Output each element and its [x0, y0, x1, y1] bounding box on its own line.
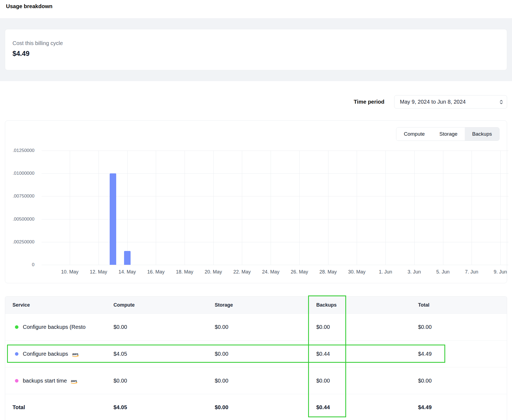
chart-bar-13-may	[110, 173, 116, 265]
y-tick-label: .00250000	[13, 239, 34, 245]
compute-cell: $0.00	[113, 324, 215, 330]
cost-cycle-value: $4.49	[12, 50, 500, 58]
column-header-compute: Compute	[113, 302, 215, 308]
y-tick-label: 0	[32, 262, 34, 268]
service-cell: Configure backups aws	[12, 351, 113, 357]
storage-cell: $0.00	[215, 324, 316, 330]
x-tick-label: 24. May	[262, 269, 279, 275]
x-tick-label: 26. May	[291, 269, 308, 275]
table-header: Service Compute Storage Backups Total	[5, 297, 507, 314]
column-header-storage: Storage	[215, 302, 316, 308]
gridline-vertical	[213, 151, 214, 265]
total-cell: $0.00	[418, 378, 507, 384]
x-tick-label: 18. May	[176, 269, 193, 275]
chart-tabs: Compute Storage Backups	[396, 127, 500, 141]
x-tick-label: 5. Jun	[436, 269, 450, 275]
column-header-backups: Backups	[316, 302, 418, 308]
total-cell: $4.49	[418, 351, 507, 357]
aws-icon: aws	[71, 352, 80, 357]
aws-icon: aws	[70, 379, 79, 384]
time-period-label: Time period	[354, 99, 384, 105]
backups-cell: $0.00	[316, 378, 418, 384]
storage-cell: $0.00	[215, 351, 316, 357]
x-tick-label: 16. May	[147, 269, 165, 275]
chart-plot	[42, 151, 508, 265]
y-tick-label: .00500000	[13, 217, 34, 222]
gridline-vertical	[185, 151, 185, 265]
total-storage-cell: $0.00	[215, 404, 316, 411]
time-period-row: Time period May 9, 2024 to Jun 8, 2024	[0, 95, 512, 109]
chart-card: Compute Storage Backups .01250000.010000…	[5, 120, 507, 283]
gridline-vertical	[472, 151, 472, 265]
chart-x-axis: 10. May12. May14. May16. May18. May20. M…	[42, 269, 508, 276]
x-tick-label: 9. Jun	[494, 269, 507, 275]
y-tick-label: .01250000	[13, 148, 34, 153]
column-header-service: Service	[12, 302, 113, 308]
gridline-vertical	[156, 151, 156, 265]
x-tick-label: 22. May	[233, 269, 251, 275]
gridline-horizontal	[42, 265, 508, 265]
x-tick-label: 3. Jun	[407, 269, 421, 275]
backups-cell: $0.44	[316, 351, 418, 357]
gridline-vertical	[127, 151, 128, 265]
total-cell: $0.00	[418, 324, 507, 330]
total-backups-cell: $0.44	[316, 404, 418, 411]
time-period-select[interactable]: May 9, 2024 to Jun 8, 2024	[394, 95, 507, 109]
service-name: Configure backups (Resto	[23, 324, 86, 330]
compute-cell: $0.00	[113, 378, 215, 384]
x-tick-label: 12. May	[90, 269, 107, 275]
x-tick-label: 30. May	[348, 269, 365, 275]
x-tick-label: 10. May	[61, 269, 78, 275]
total-compute-cell: $4.05	[113, 404, 215, 411]
backups-cell: $0.00	[316, 324, 418, 330]
cost-cycle-label: Cost this billing cycle	[12, 40, 500, 46]
gridline-vertical	[414, 151, 415, 265]
tab-storage[interactable]: Storage	[432, 128, 465, 141]
gridline-vertical	[385, 151, 386, 265]
x-tick-label: 20. May	[205, 269, 222, 275]
total-row-label: Total	[12, 404, 113, 411]
service-cell: Configure backups (Resto	[12, 324, 113, 330]
compute-cell: $4.05	[113, 351, 215, 357]
gridline-horizontal	[42, 151, 508, 151]
chart-y-axis: .01250000.01000000.00750000.00500000.002…	[5, 151, 34, 265]
table-row[interactable]: Configure backups (Resto $0.00 $0.00 $0.…	[5, 314, 507, 341]
gridline-vertical	[99, 151, 99, 265]
gridline-vertical	[299, 151, 300, 265]
gridline-vertical	[500, 151, 501, 265]
y-tick-label: .00750000	[13, 193, 34, 199]
gridline-vertical	[328, 151, 328, 265]
table-body: Configure backups (Resto $0.00 $0.00 $0.…	[5, 314, 507, 394]
cost-card: Cost this billing cycle $4.49	[5, 29, 507, 70]
tab-compute[interactable]: Compute	[396, 128, 432, 141]
service-dot	[15, 325, 18, 329]
column-header-total: Total	[418, 302, 507, 308]
gridline-vertical	[357, 151, 357, 265]
service-name: backups start time	[23, 378, 67, 384]
time-period-value: May 9, 2024 to Jun 8, 2024	[400, 99, 466, 105]
service-name: Configure backups	[23, 351, 68, 357]
chevron-updown-icon	[499, 99, 504, 105]
y-tick-label: .01000000	[13, 171, 34, 176]
cost-summary-band: Cost this billing cycle $4.49	[0, 18, 512, 81]
x-tick-label: 28. May	[320, 269, 337, 275]
usage-table: Service Compute Storage Backups Total Co…	[5, 296, 507, 420]
service-cell: backups start time aws	[12, 378, 113, 384]
gridline-vertical	[271, 151, 271, 265]
total-total-cell: $4.49	[418, 404, 507, 411]
x-tick-label: 14. May	[119, 269, 136, 275]
page-title: Usage breakdown	[0, 0, 512, 9]
gridline-vertical	[70, 151, 70, 265]
service-dot	[15, 379, 18, 383]
table-row[interactable]: backups start time aws $0.00 $0.00 $0.00…	[5, 367, 507, 394]
storage-cell: $0.00	[215, 378, 316, 384]
table-total-row: Total $4.05 $0.00 $0.44 $4.49	[5, 394, 507, 420]
tab-backups[interactable]: Backups	[465, 128, 499, 141]
table-row[interactable]: Configure backups aws $4.05 $0.00 $0.44 …	[5, 341, 507, 367]
gridline-vertical	[242, 151, 242, 265]
gridline-vertical	[443, 151, 443, 265]
service-dot	[15, 352, 18, 356]
chart-bar-14-may	[124, 251, 131, 265]
x-tick-label: 7. Jun	[465, 269, 478, 275]
x-tick-label: 1. Jun	[379, 269, 392, 275]
